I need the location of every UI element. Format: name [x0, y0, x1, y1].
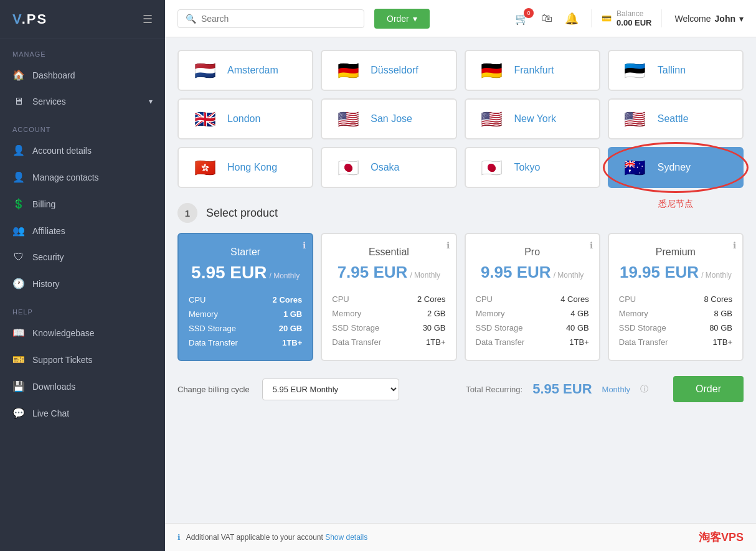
product-specs-premium: CPU 8 Cores Memory 8 GB SSD Storage 80 G…	[619, 292, 732, 349]
location-card-amsterdam[interactable]: 🇳🇱 Amsterdam	[177, 50, 313, 91]
location-card-san-jose[interactable]: 🇺🇸 San Jose	[321, 98, 456, 139]
user-menu[interactable]: Welcome John ▾	[674, 14, 744, 24]
spec-row-ssd: SSD Storage 40 GB	[476, 321, 589, 335]
cart-badge: 0	[524, 8, 534, 18]
balance-amount: 0.00 EUR	[617, 18, 651, 27]
sidebar-item-label: Knowledgebase	[32, 328, 95, 338]
total-area: Total Recurring: 5.95 EUR Monthly ⓘ	[466, 381, 648, 397]
sidebar-item-label: Dashboard	[32, 70, 75, 80]
page-content: 🇳🇱 Amsterdam 🇩🇪 Düsseldorf 🇩🇪 Frankfurt …	[165, 37, 756, 523]
step-number: 1	[177, 203, 197, 223]
spec-value-memory: 8 GB	[714, 309, 732, 318]
sidebar-item-downloads[interactable]: 💾 Downloads	[0, 373, 165, 400]
location-name: Frankfurt	[514, 65, 554, 76]
search-box[interactable]: 🔍	[177, 9, 364, 28]
help-section-label: HELP	[0, 297, 165, 319]
total-period: Monthly	[602, 385, 631, 394]
sidebar-item-dashboard[interactable]: 🏠 Dashboard	[0, 62, 165, 88]
location-card-london[interactable]: 🇬🇧 London	[177, 98, 313, 139]
step-title: Select product	[206, 207, 278, 220]
product-card-premium[interactable]: ℹ Premium 19.95 EUR / Monthly CPU 8 Core…	[608, 233, 744, 361]
spec-label-memory: Memory	[189, 309, 218, 319]
sidebar-item-history[interactable]: 🕐 History	[0, 270, 165, 297]
order-dropdown-button[interactable]: Order ▾	[374, 9, 430, 29]
product-specs-starter: CPU 2 Cores Memory 1 GB SSD Storage 20 G…	[189, 293, 302, 350]
search-icon: 🔍	[186, 14, 196, 24]
sidebar-item-manage-contacts[interactable]: 👤 Manage contacts	[0, 164, 165, 191]
sydney-annotation: 🇦🇺 Sydney 悉尼节点	[608, 147, 744, 188]
spec-row-memory: Memory 1 GB	[189, 307, 302, 321]
sidebar-item-label: Account details	[32, 146, 92, 156]
info-icon-premium: ℹ	[733, 240, 736, 250]
product-period-premium: / Monthly	[701, 271, 732, 280]
location-card-tokyo[interactable]: 🇯🇵 Tokyo	[465, 147, 600, 188]
product-price-row-premium: 19.95 EUR / Monthly	[619, 263, 732, 282]
sidebar-item-label: History	[32, 279, 60, 289]
show-details-link[interactable]: Show details	[325, 533, 367, 542]
sidebar-item-account-details[interactable]: 👤 Account details	[0, 137, 165, 164]
flag-netherlands: 🇳🇱	[191, 61, 219, 80]
location-card-osaka[interactable]: 🇯🇵 Osaka	[321, 147, 456, 188]
location-card-new-york[interactable]: 🇺🇸 New York	[465, 98, 600, 139]
welcome-label: Welcome	[674, 14, 711, 24]
sidebar-item-label: Live Chat	[32, 408, 69, 418]
sidebar-item-affiliates[interactable]: 👥 Affiliates	[0, 217, 165, 244]
spec-label-ssd: SSD Storage	[476, 323, 523, 332]
spec-label-cpu: CPU	[619, 294, 636, 304]
location-card-hong-kong[interactable]: 🇭🇰 Hong Kong	[177, 147, 313, 188]
spec-value-cpu: 4 Cores	[560, 294, 589, 304]
hamburger-icon[interactable]: ☰	[143, 12, 153, 26]
spec-label-cpu: CPU	[476, 294, 493, 304]
product-card-pro[interactable]: ℹ Pro 9.95 EUR / Monthly CPU 4 Cores Mem…	[465, 233, 600, 361]
product-price-row-starter: 5.95 EUR / Monthly	[189, 263, 302, 283]
manage-section-label: MANAGE	[0, 39, 165, 62]
product-grid: ℹ Starter 5.95 EUR / Monthly CPU 2 Cores…	[177, 233, 744, 361]
total-help-icon[interactable]: ⓘ	[640, 384, 648, 395]
location-card-dusseldorf[interactable]: 🇩🇪 Düsseldorf	[321, 50, 456, 91]
sidebar-item-label: Downloads	[32, 382, 75, 392]
spec-label-memory: Memory	[619, 309, 648, 318]
location-card-seattle[interactable]: 🇺🇸 Seattle	[608, 98, 744, 139]
sidebar-item-billing[interactable]: 💲 Billing	[0, 191, 165, 217]
account-section-label: ACCOUNT	[0, 115, 165, 137]
flag-japan-tokyo: 🇯🇵	[478, 158, 506, 177]
cart-button[interactable]: 🛍	[541, 12, 552, 25]
location-grid: 🇳🇱 Amsterdam 🇩🇪 Düsseldorf 🇩🇪 Frankfurt …	[177, 50, 744, 188]
spec-value-cpu: 2 Cores	[417, 294, 446, 304]
spec-value-ssd: 30 GB	[423, 323, 446, 332]
bell-button[interactable]: 🔔	[565, 12, 579, 26]
info-icon-starter: ℹ	[303, 240, 306, 250]
product-period-essential: / Monthly	[410, 271, 440, 280]
notifications-button[interactable]: 🛒 0	[515, 12, 529, 26]
product-card-essential[interactable]: ℹ Essential 7.95 EUR / Monthly CPU 2 Cor…	[321, 233, 456, 361]
spec-value-ssd: 80 GB	[709, 323, 732, 332]
sidebar-item-live-chat[interactable]: 💬 Live Chat	[0, 400, 165, 426]
spec-value-ssd: 20 GB	[279, 324, 303, 333]
search-input[interactable]	[201, 14, 356, 24]
flag-germany-dusseldorf: 🇩🇪	[334, 61, 362, 80]
flag-us-newyork: 🇺🇸	[478, 110, 506, 128]
sidebar-item-label: Affiliates	[32, 226, 65, 236]
sidebar-item-label: Services	[32, 97, 66, 106]
dashboard-icon: 🏠	[12, 69, 25, 81]
billing-cycle-select[interactable]: 5.95 EUR Monthly Quarterly Semi-Annually…	[262, 379, 399, 400]
dropdown-arrow-icon: ▾	[413, 14, 417, 24]
sidebar-item-services[interactable]: 🖥 Services ▾	[0, 88, 165, 115]
sidebar-item-knowledgebase[interactable]: 📖 Knowledgebase	[0, 319, 165, 346]
location-card-tallinn[interactable]: 🇪🇪 Tallinn	[608, 50, 744, 91]
sidebar-item-security[interactable]: 🛡 Security	[0, 244, 165, 270]
order-main-button[interactable]: Order	[673, 376, 744, 402]
spec-row-cpu: CPU 2 Cores	[332, 292, 445, 306]
topbar: 🔍 Order ▾ 🛒 0 🛍 🔔 💳 Balance 0.00 EUR	[165, 0, 756, 37]
spec-label-transfer: Data Transfer	[332, 337, 381, 347]
spec-row-ssd: SSD Storage 20 GB	[189, 321, 302, 336]
spec-label-transfer: Data Transfer	[476, 337, 525, 347]
sidebar-item-support-tickets[interactable]: 🎫 Support Tickets	[0, 346, 165, 373]
flag-australia: 🇦🇺	[621, 158, 649, 177]
download-icon: 💾	[12, 380, 25, 392]
chevron-down-icon: ▾	[149, 97, 153, 106]
location-card-frankfurt[interactable]: 🇩🇪 Frankfurt	[465, 50, 600, 91]
location-card-sydney[interactable]: 🇦🇺 Sydney	[608, 147, 744, 188]
billing-cycle-label: Change billing cycle	[177, 385, 250, 394]
product-card-starter[interactable]: ℹ Starter 5.95 EUR / Monthly CPU 2 Cores…	[177, 233, 313, 361]
